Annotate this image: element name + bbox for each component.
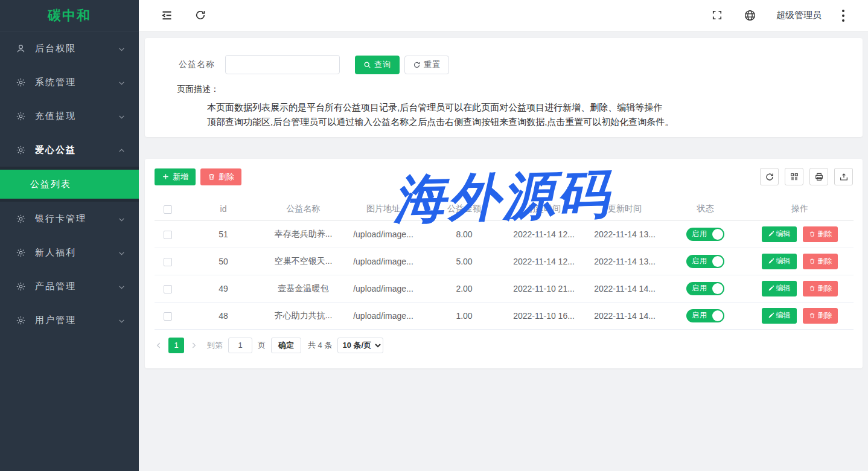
sidebar-item-recharge-withdraw[interactable]: 充值提现 bbox=[0, 99, 139, 133]
status-label: 启用 bbox=[692, 256, 707, 266]
chevron-down-icon bbox=[118, 316, 126, 324]
delete-button[interactable]: 删除 bbox=[803, 254, 838, 269]
toggle-knob bbox=[712, 229, 723, 240]
gear-icon bbox=[16, 214, 26, 224]
cell-name: 幸存老兵助养... bbox=[266, 220, 341, 248]
toggle-knob bbox=[712, 310, 723, 321]
column-settings-button[interactable] bbox=[785, 168, 803, 185]
add-button[interactable]: 新增 bbox=[155, 168, 196, 185]
cell-id: 49 bbox=[181, 275, 266, 302]
col-header-img: 图片地址 bbox=[341, 197, 426, 220]
print-button[interactable] bbox=[809, 168, 828, 185]
current-user-menu[interactable]: 超级管理员 bbox=[776, 10, 822, 21]
user-icon bbox=[16, 43, 26, 54]
col-header-amount: 公益金额 bbox=[426, 197, 503, 220]
edit-button[interactable]: 编辑 bbox=[762, 281, 797, 296]
gear-icon bbox=[16, 145, 26, 155]
trash-icon bbox=[809, 312, 815, 319]
pencil-icon bbox=[768, 258, 774, 264]
chevron-down-icon bbox=[118, 45, 126, 53]
col-header-name: 公益名称 bbox=[266, 197, 341, 220]
sidebar-submenu-charity: 公益列表 bbox=[0, 167, 139, 202]
topbar: 超级管理员 bbox=[139, 0, 868, 31]
sidebar-item-charity[interactable]: 爱心公益 bbox=[0, 133, 139, 167]
cell-updated: 2022-11-14 13... bbox=[585, 248, 665, 275]
search-field-label: 公益名称 bbox=[179, 59, 215, 70]
collapse-sidebar-icon[interactable] bbox=[161, 9, 173, 22]
sidebar-item-user[interactable]: 用户管理 bbox=[0, 303, 139, 337]
delete-button-label: 删除 bbox=[817, 310, 832, 321]
row-checkbox[interactable] bbox=[164, 285, 172, 293]
search-input[interactable] bbox=[225, 55, 340, 74]
delete-button[interactable]: 删除 bbox=[803, 226, 838, 242]
kebab-menu-icon[interactable] bbox=[841, 9, 845, 22]
prev-page-button[interactable] bbox=[155, 341, 163, 350]
cell-updated: 2022-11-14 14... bbox=[585, 302, 665, 329]
status-toggle[interactable]: 启用 bbox=[686, 228, 724, 241]
status-toggle[interactable]: 启用 bbox=[686, 255, 724, 268]
page-number-button[interactable]: 1 bbox=[168, 338, 184, 353]
next-page-button[interactable] bbox=[190, 341, 198, 350]
sidebar-item-label: 系统管理 bbox=[35, 77, 76, 88]
sidebar-item-product[interactable]: 产品管理 bbox=[0, 269, 139, 303]
chevron-down-icon bbox=[118, 249, 126, 257]
gear-icon bbox=[16, 248, 26, 258]
printer-icon bbox=[814, 172, 824, 182]
export-button[interactable] bbox=[834, 168, 853, 185]
sidebar-subitem-charity-list[interactable]: 公益列表 bbox=[0, 170, 139, 199]
gear-icon bbox=[16, 111, 26, 121]
query-button[interactable]: 查询 bbox=[355, 56, 400, 74]
page-desc-text: 本页面数据列表展示的是平台所有公益项目记录,后台管理员可以在此页面对公益项目进行… bbox=[207, 100, 863, 129]
refresh-page-icon[interactable] bbox=[194, 9, 207, 22]
confirm-jump-button[interactable]: 确定 bbox=[271, 338, 301, 353]
delete-button[interactable]: 删除 bbox=[803, 308, 838, 324]
app-logo: 碳中和 bbox=[0, 0, 139, 31]
col-header-created: 创建时间 bbox=[503, 197, 585, 220]
status-toggle[interactable]: 启用 bbox=[686, 282, 724, 295]
page-size-select[interactable]: 10 条/页 bbox=[337, 338, 383, 353]
sidebar-item-label: 银行卡管理 bbox=[35, 213, 86, 225]
row-checkbox[interactable] bbox=[164, 312, 172, 321]
refresh-table-button[interactable] bbox=[760, 168, 779, 185]
status-label: 启用 bbox=[692, 229, 707, 239]
language-globe-icon[interactable] bbox=[744, 9, 756, 22]
chevron-down-icon bbox=[118, 283, 126, 290]
page-desc-label: 页面描述： bbox=[177, 84, 863, 95]
cell-updated: 2022-11-14 14... bbox=[585, 275, 665, 302]
gear-icon bbox=[16, 281, 26, 292]
cell-created: 2022-11-14 12... bbox=[503, 248, 585, 275]
cell-img: /upload/image... bbox=[341, 275, 426, 302]
cell-created: 2022-11-10 16... bbox=[503, 302, 585, 329]
sidebar-item-newbie-welfare[interactable]: 新人福利 bbox=[0, 236, 139, 269]
page-desc-line2: 顶部查询功能区,后台管理员可以通过输入公益名称之后点击右侧查询按钮来查询数据,点… bbox=[207, 115, 863, 129]
row-checkbox[interactable] bbox=[164, 231, 172, 239]
cell-amount: 8.00 bbox=[426, 220, 503, 248]
sidebar-item-system[interactable]: 系统管理 bbox=[0, 65, 139, 99]
fullscreen-icon[interactable] bbox=[711, 9, 724, 22]
sidebar-item-admin-perms[interactable]: 后台权限 bbox=[0, 31, 139, 65]
trash-icon bbox=[809, 285, 815, 292]
row-checkbox[interactable] bbox=[164, 258, 172, 266]
jump-to-label: 到第 bbox=[207, 340, 223, 351]
main-content: 公益名称 查询 重置 页面描述： 本页面数据列表展示的是平台所有公益项目记录,后… bbox=[139, 32, 868, 471]
sidebar-item-label: 新人福利 bbox=[35, 247, 76, 258]
cell-created: 2022-11-14 12... bbox=[503, 220, 585, 248]
edit-button[interactable]: 编辑 bbox=[762, 254, 797, 269]
sidebar-item-label: 充值提现 bbox=[35, 111, 76, 122]
page-jump-input[interactable] bbox=[228, 338, 252, 353]
sidebar-item-bankcard[interactable]: 银行卡管理 bbox=[0, 202, 139, 236]
toggle-knob bbox=[712, 283, 723, 294]
batch-delete-button[interactable]: 删除 bbox=[200, 168, 241, 185]
reset-icon bbox=[413, 61, 421, 69]
cell-id: 48 bbox=[181, 302, 266, 329]
refresh-icon bbox=[765, 172, 774, 182]
select-all-checkbox[interactable] bbox=[164, 205, 172, 214]
cell-img: /upload/image... bbox=[341, 220, 426, 248]
reset-button[interactable]: 重置 bbox=[404, 56, 449, 74]
edit-button[interactable]: 编辑 bbox=[762, 308, 797, 324]
delete-button[interactable]: 删除 bbox=[803, 281, 838, 296]
edit-button-label: 编辑 bbox=[776, 283, 791, 293]
table-row: 50 空巢不空银天... /upload/image... 5.00 2022-… bbox=[155, 248, 854, 275]
edit-button[interactable]: 编辑 bbox=[762, 226, 797, 242]
status-toggle[interactable]: 启用 bbox=[686, 309, 724, 322]
